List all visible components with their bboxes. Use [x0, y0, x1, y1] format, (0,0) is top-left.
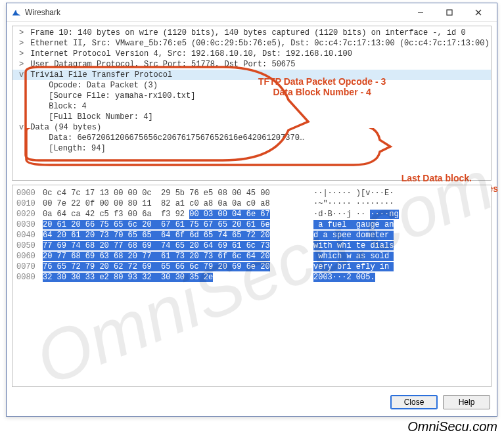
hex-row[interactable]: 001000 7e 22 0f 00 00 80 11 82 a1 c0 a8 …	[16, 198, 487, 209]
hex-bytes: 64 20 61 20 73 70 65 65 64 6f 6d 65 74 6…	[43, 230, 308, 241]
hex-bytes: 20 61 20 66 75 65 6c 20 67 61 75 67 65 2…	[43, 219, 308, 230]
hex-offset: 0060	[16, 251, 43, 262]
maximize-button[interactable]	[435, 3, 464, 22]
tree-toggle[interactable]: >	[19, 49, 26, 59]
hex-offset: 0000	[16, 188, 43, 198]
tree-row[interactable]: v Trivial File Transfer Protocol	[12, 70, 491, 80]
close-icon	[475, 9, 482, 16]
hex-row[interactable]: 003020 61 20 66 75 65 6c 20 67 61 75 67 …	[16, 219, 487, 230]
hex-bytes: 00 7e 22 0f 00 00 80 11 82 a1 c0 a8 0a 0…	[43, 198, 308, 209]
tree-toggle[interactable]: >	[19, 28, 26, 38]
tree-row[interactable]: [Source File: yamaha-rx100.txt]	[12, 91, 491, 101]
tree-toggle[interactable]: v	[19, 70, 26, 80]
hex-ascii: ··|····· )[v···E·	[313, 188, 394, 198]
tree-row-text: Data (94 bytes)	[26, 123, 101, 132]
svg-rect-1	[447, 10, 452, 15]
hex-row[interactable]: 007076 65 72 79 20 62 72 69 65 66 6c 79 …	[16, 262, 487, 272]
hex-bytes: 0a 64 ca 42 c5 f3 00 6a f3 92 00 03 00 0…	[43, 209, 308, 219]
content-area: > Frame 10: 140 bytes on wire (1120 bits…	[12, 26, 492, 387]
wireshark-window: Wireshark > Frame 10: 140 bytes on wire …	[6, 3, 497, 417]
tree-toggle[interactable]: >	[19, 59, 26, 70]
hex-offset: 0080	[16, 272, 43, 283]
tree-toggle[interactable]: >	[19, 38, 26, 49]
maximize-icon	[446, 9, 453, 16]
hex-row[interactable]: 008032 30 30 33 e2 80 93 32 30 30 35 2e …	[16, 272, 487, 283]
hex-row[interactable]: 005077 69 74 68 20 77 68 69 74 65 20 64 …	[16, 241, 487, 251]
dialog-button-bar: Close Help	[390, 395, 490, 409]
tree-toggle[interactable]: v	[19, 122, 26, 133]
hex-row[interactable]: 00200a 64 ca 42 c5 f3 00 6a f3 92 00 03 …	[16, 209, 487, 219]
close-button[interactable]: Close	[390, 395, 438, 409]
tree-row[interactable]: > Internet Protocol Version 4, Src: 192.…	[12, 49, 491, 59]
window-title: Wireshark	[25, 8, 406, 17]
tree-toggle[interactable]	[37, 101, 44, 112]
hex-ascii: 2003···2 005.	[313, 272, 375, 283]
hex-ascii: with whi te dials	[313, 241, 394, 251]
hex-row[interactable]: 00000c c4 7c 17 13 00 00 0c 29 5b 76 e5 …	[16, 188, 487, 198]
tree-row-text: Ethernet II, Src: VMware_5b:76:e5 (00:0c…	[26, 39, 490, 48]
tree-toggle[interactable]	[37, 80, 44, 91]
hex-ascii: very bri efly in	[313, 262, 394, 272]
tree-row-text: Data: 6e672061206675656c2067617567652616…	[44, 133, 304, 143]
hex-offset: 0040	[16, 230, 43, 241]
tree-toggle[interactable]	[37, 112, 44, 122]
tree-row[interactable]: v Data (94 bytes)	[12, 122, 491, 133]
hex-bytes: 0c c4 7c 17 13 00 00 0c 29 5b 76 e5 08 0…	[43, 188, 308, 198]
tree-row-text: Trivial File Transfer Protocol	[26, 70, 172, 80]
hex-row[interactable]: 004064 20 61 20 73 70 65 65 64 6f 6d 65 …	[16, 230, 487, 241]
close-window-button[interactable]	[464, 3, 493, 22]
tree-row-text: Opcode: Data Packet (3)	[44, 81, 158, 90]
tree-row[interactable]: Data: 6e672061206675656c2067617567652616…	[12, 133, 491, 143]
packet-details-tree[interactable]: > Frame 10: 140 bytes on wire (1120 bits…	[12, 26, 491, 155]
tree-row[interactable]: > User Datagram Protocol, Src Port: 5177…	[12, 59, 491, 70]
hex-bytes: 76 65 72 79 20 62 72 69 65 66 6c 79 20 6…	[43, 262, 308, 272]
hex-bytes: 77 69 74 68 20 77 68 69 74 65 20 64 69 6…	[43, 241, 308, 251]
packet-bytes-hex[interactable]: 00000c c4 7c 17 13 00 00 0c 29 5b 76 e5 …	[12, 185, 491, 285]
tree-row-text: Internet Protocol Version 4, Src: 192.16…	[26, 49, 352, 58]
wireshark-icon	[12, 8, 21, 17]
tree-row-text: Frame 10: 140 bytes on wire (1120 bits),…	[26, 28, 466, 37]
packet-bytes-pane[interactable]: 00000c c4 7c 17 13 00 00 0c 29 5b 76 e5 …	[12, 185, 492, 387]
hex-row[interactable]: 006020 77 68 69 63 68 20 77 61 73 20 73 …	[16, 251, 487, 262]
hex-ascii: ·d·B···j ·· ····ng	[313, 209, 399, 219]
hex-offset: 0010	[16, 198, 43, 209]
minimize-icon	[417, 9, 424, 16]
hex-ascii: which w as sold	[313, 251, 394, 262]
tree-row[interactable]: > Ethernet II, Src: VMware_5b:76:e5 (00:…	[12, 38, 491, 49]
hex-ascii: a fuel gauge an	[313, 219, 394, 230]
tree-row-text: [Length: 94]	[44, 144, 106, 153]
hex-ascii: ·~"····· ········	[313, 198, 394, 209]
tree-row[interactable]: > Frame 10: 140 bytes on wire (1120 bits…	[12, 28, 491, 38]
hex-ascii: d a spee dometer	[313, 230, 394, 241]
hex-offset: 0020	[16, 209, 43, 219]
tree-row-text: Block: 4	[44, 102, 87, 111]
help-button[interactable]: Help	[443, 395, 490, 409]
hex-bytes: 32 30 30 33 e2 80 93 32 30 30 35 2e	[43, 272, 308, 283]
tree-toggle[interactable]	[37, 133, 44, 143]
tree-row[interactable]: [Full Block Number: 4]	[12, 112, 491, 122]
minimize-button[interactable]	[406, 3, 435, 22]
tree-row[interactable]: Block: 4	[12, 101, 491, 112]
hex-bytes: 20 77 68 69 63 68 20 77 61 73 20 73 6f 6…	[43, 251, 308, 262]
hex-offset: 0070	[16, 262, 43, 272]
tree-toggle[interactable]	[37, 143, 44, 154]
tree-row-text: User Datagram Protocol, Src Port: 51778,…	[26, 60, 295, 69]
tree-row-text: [Source File: yamaha-rx100.txt]	[44, 91, 195, 101]
packet-details-pane[interactable]: > Frame 10: 140 bytes on wire (1120 bits…	[12, 26, 492, 181]
tree-row-text: [Full Block Number: 4]	[44, 112, 153, 122]
tree-row[interactable]: Opcode: Data Packet (3)	[12, 80, 491, 91]
titlebar: Wireshark	[7, 3, 497, 22]
tree-row[interactable]: [Length: 94]	[12, 143, 491, 154]
brand-label: OmniSecu.com	[407, 419, 497, 434]
hex-offset: 0030	[16, 219, 43, 230]
hex-offset: 0050	[16, 241, 43, 251]
tree-toggle[interactable]	[37, 91, 44, 101]
